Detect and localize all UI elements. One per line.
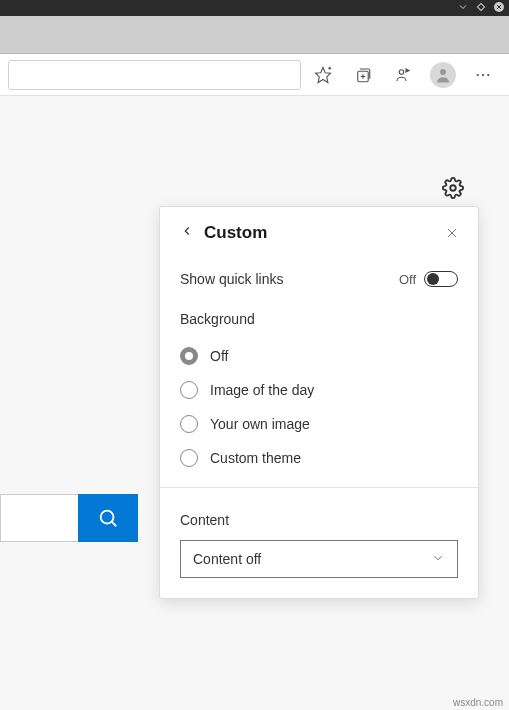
back-icon[interactable] — [180, 224, 194, 242]
quick-links-state: Off — [399, 272, 416, 287]
page-layout-popup: Custom Show quick links Off Background O… — [159, 206, 479, 599]
search-button[interactable] — [78, 494, 138, 542]
browser-toolbar — [0, 54, 509, 96]
svg-point-14 — [450, 185, 456, 191]
svg-point-15 — [101, 511, 114, 524]
popup-title: Custom — [204, 223, 267, 243]
background-option-custom-theme[interactable]: Custom theme — [180, 441, 458, 475]
svg-rect-0 — [477, 3, 484, 10]
content-select-value: Content off — [193, 551, 261, 567]
address-bar[interactable] — [8, 60, 301, 90]
quick-links-toggle[interactable] — [424, 271, 458, 287]
svg-point-13 — [487, 73, 489, 75]
radio-icon — [180, 449, 198, 467]
background-section-label: Background — [180, 311, 458, 327]
svg-point-12 — [482, 73, 484, 75]
chevron-down-icon[interactable] — [457, 0, 469, 17]
svg-point-10 — [440, 69, 446, 75]
profile-avatar[interactable] — [425, 57, 461, 93]
favorites-icon[interactable] — [305, 57, 341, 93]
chevron-down-icon — [431, 551, 445, 568]
content-select[interactable]: Content off — [180, 540, 458, 578]
more-icon[interactable] — [465, 57, 501, 93]
background-option-image-of-day[interactable]: Image of the day — [180, 373, 458, 407]
close-icon[interactable] — [442, 223, 462, 243]
svg-point-9 — [399, 69, 404, 74]
tab-strip — [0, 16, 509, 54]
gear-icon[interactable] — [439, 174, 467, 202]
svg-point-11 — [477, 73, 479, 75]
radio-icon — [180, 381, 198, 399]
search-input[interactable] — [0, 494, 78, 542]
collections-icon[interactable] — [345, 57, 381, 93]
svg-marker-3 — [316, 67, 331, 82]
close-window-icon[interactable] — [493, 0, 505, 17]
quick-links-label: Show quick links — [180, 271, 284, 287]
background-option-own-image[interactable]: Your own image — [180, 407, 458, 441]
radio-icon — [180, 415, 198, 433]
content-section-label: Content — [180, 512, 458, 528]
diamond-icon[interactable] — [475, 0, 487, 17]
watermark: wsxdn.com — [453, 697, 503, 708]
person-badge-icon[interactable] — [385, 57, 421, 93]
radio-icon — [180, 347, 198, 365]
svg-line-16 — [112, 522, 117, 527]
background-option-off[interactable]: Off — [180, 339, 458, 373]
